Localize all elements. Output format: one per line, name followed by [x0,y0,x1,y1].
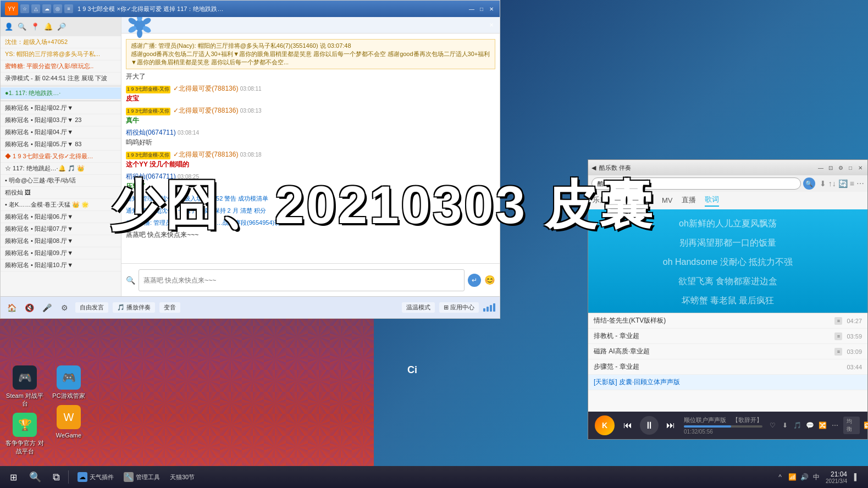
taskbar-app-tianyi[interactable]: 天猫30节 [165,470,209,484]
steam-app-icon: 🎮 [13,365,37,390]
yy-minimize-button[interactable]: — [468,5,476,13]
sidebar-item[interactable]: YS: 帽阳的三厅排将@多头马子私... [1,48,121,60]
taskbar-start-button[interactable]: ⊞ [2,468,24,486]
music-eq-button[interactable]: 均衡 [843,417,860,434]
yy-titlebar-icons: ☆ △ ☁ ◎ ≡ [20,4,73,13]
sidebar-item[interactable]: ◆ 1 9 3七郎业霸·又你✓北得最… [1,151,121,163]
signal-bar-4 [493,303,495,312]
sidebar-search-icon[interactable]: 🔍 [17,22,27,32]
sidebar-item[interactable]: 频称冠名 • 阳起場06.厅▼ [1,211,121,223]
yy-close-button[interactable]: ✕ [488,5,495,13]
sidebar-item[interactable]: 频称冠名 • 阳起場07.厅▼ [1,223,121,235]
music-progress-track[interactable] [684,425,762,428]
chat-send-icon[interactable]: ↵ [468,274,481,287]
music-close-icon[interactable]: ✕ [856,164,864,171]
chat-input[interactable] [139,269,465,291]
yy-title-icon-4: ◎ [53,4,62,13]
sidebar-item[interactable]: 频称冠名 • 阳起場04.厅▼ [1,126,121,138]
sidebar-item-active[interactable]: ●1. 117: 绝地跌跌…· [1,87,121,99]
tray-network-icon[interactable]: 📶 [787,472,797,482]
music-tool-3[interactable]: 🔄 [838,179,848,188]
playlist-item-2[interactable]: 排教机 - 章业超 ≡ 03:59 [588,329,867,344]
music-search-button[interactable]: 🔍 [803,178,815,190]
yy-speaker-icon[interactable]: 🔇 [23,301,36,314]
tray-ime-icon[interactable]: 中 [811,472,821,482]
taskbar-show-desktop-icon[interactable]: ▌ [852,472,861,482]
content-4: 这个YY 没几个能唱的 [126,160,189,168]
music-tool-1[interactable]: ⬇ [820,179,826,188]
pl-icon-list[interactable]: ≡ [834,317,842,325]
desktop-icon-steam[interactable]: 🎮 Steam 对战平台 [5,365,44,408]
music-play-pause-button[interactable]: ⏸ [640,416,659,435]
gold-badge-4: 1 9 3七郎金模-又你 [126,152,170,159]
tray-sound-icon[interactable]: 🔊 [799,472,809,482]
chat-search-icon[interactable]: 🔍 [126,276,135,285]
chat-header-close-icon[interactable]: ✕ [488,21,495,29]
yy-window: YY ☆ △ ☁ ◎ ≡ 1 9 3七郎全模 ×你✓北得最可爱 遮掉 117：绝… [0,0,500,319]
tray-up-icon[interactable]: ^ [775,472,785,482]
playlist-item-3[interactable]: 磁路 AI高质·章业超 ≡ 03:09 [588,344,867,359]
sidebar-item[interactable]: 频称冠名 • 阳起場02.厅▼ [1,102,121,114]
music-comment-icon[interactable]: 💬 [805,420,815,430]
app-center-button[interactable]: ⊞ 应用中心 [439,302,479,313]
pl-icon-list-2[interactable]: ≡ [834,332,842,340]
sidebar-item[interactable]: 频称冠名 • 阳起場10.厅▼ [1,259,121,271]
music-heart-icon[interactable]: ♡ [768,420,777,430]
music-lyrics-toggle[interactable]: 【歌辞开】 [732,417,762,423]
sidebar-item[interactable]: 频称冠名 • 阳起場03.厅▼ 23 [1,114,121,126]
chat-emoji-icon[interactable]: 😊 [484,275,495,285]
sidebar-bell-icon[interactable]: 🔔 [43,22,53,32]
sidebar-item[interactable]: 稻役灿 🖼 [1,187,121,199]
sidebar-item[interactable]: 频称冠名 • 阳起場08.厅▼ [1,235,121,247]
music-accompany-button[interactable]: 🎵 播放伴奏 [113,302,155,313]
desktop-icon-game-manager[interactable]: 🎮 PC游戏管家 [49,365,88,400]
msg-open: 开大了 [126,71,495,81]
music-repeat-icon[interactable]: 🔁 [863,420,868,430]
music-download-icon[interactable]: ⬇ [781,420,790,430]
music-shuffle-icon[interactable]: 🔀 [818,420,827,430]
yy-settings-icon[interactable]: ⚙ [58,301,71,314]
sidebar-item[interactable]: ☆ 117: 绝地跳起…·🔔 🎵 👑 [1,163,121,175]
sidebar-item[interactable]: 频称冠名 • 阳起場09.厅▼ [1,247,121,259]
sidebar-item[interactable]: • 明命@心三越·/歌手/动/话 [1,175,121,187]
music-tool-5[interactable]: ⋯ [856,179,864,188]
taskbar-search-icon[interactable]: 🔍 [25,468,45,486]
music-note-icon[interactable]: 🎵 [793,420,803,430]
music-maximize-icon[interactable]: □ [847,164,854,171]
playlist-item-1[interactable]: 情结-签先生(KTV版样板) ≡ 04:27 [588,313,867,329]
music-nav-lyrics[interactable]: 歌词 [705,195,719,207]
desktop-icon-wegame[interactable]: W WeGame [49,405,88,439]
music-size-icon[interactable]: ⊡ [827,164,834,171]
desktop-icon-compete[interactable]: 🏆 客争争官方 对战平台 [5,413,44,455]
sidebar-item[interactable]: 频称冠名 • 阳起場05.厅▼ 83 [1,138,121,151]
music-tool-4[interactable]: ≡ [850,179,854,188]
sidebar-pin-icon[interactable]: 📍 [30,22,40,32]
sidebar-item[interactable]: 蜜蜂糖: 平眼分盗管/入影/班玩忘.. [1,60,121,73]
sidebar-magnify-icon[interactable]: 🔎 [57,22,67,32]
taskbar-task-icon[interactable]: ⧉ [46,468,66,486]
yy-maximize-button[interactable]: □ [478,5,485,13]
playlist-item-5-active[interactable]: [天影版] 皮囊·回顾立体声声版 [588,375,867,390]
music-nav-live[interactable]: 直播 [682,195,696,206]
broadcast-button[interactable]: 自由发言 [75,302,108,313]
yy-mic-icon[interactable]: 🎤 [40,301,53,314]
voice-change-button[interactable]: 变音 [159,302,180,313]
music-next-button[interactable]: ⏭ [663,418,678,433]
sidebar-item[interactable]: 沈佳：超级入场+47052 [1,36,121,48]
music-minus-icon[interactable]: — [817,164,825,171]
taskbar-app-weather[interactable]: ☁ 天气插件 [73,470,118,484]
sidebar-item[interactable]: • 老K……金模·卷王·天猛 👑 🌟 [1,199,121,211]
temperature-mode-button[interactable]: 温温模式 [402,302,435,313]
yy-home-icon[interactable]: 🏠 [5,301,18,314]
music-tool-2[interactable]: ↑↓ [828,179,836,188]
music-prev-button[interactable]: ⏮ [620,418,635,433]
sidebar-item[interactable]: 录弹模式 - 新 02:44:51 注意 展现 下波 [1,73,121,85]
playlist-item-4[interactable]: 步骤范 - 章业超 03:44 [588,359,867,375]
taskbar-app-tools[interactable]: 🔧 管理工具 [119,470,164,484]
music-nav-mv[interactable]: MV [662,196,673,206]
music-more-icon[interactable]: ⋯ [831,420,840,430]
sidebar-person-icon[interactable]: 👤 [4,22,14,32]
pl-icon-list-3[interactable]: ≡ [834,348,842,356]
taskbar-clock[interactable]: 21:04 2021/3/4 [826,470,847,484]
music-settings-icon[interactable]: ⚙ [837,164,844,171]
